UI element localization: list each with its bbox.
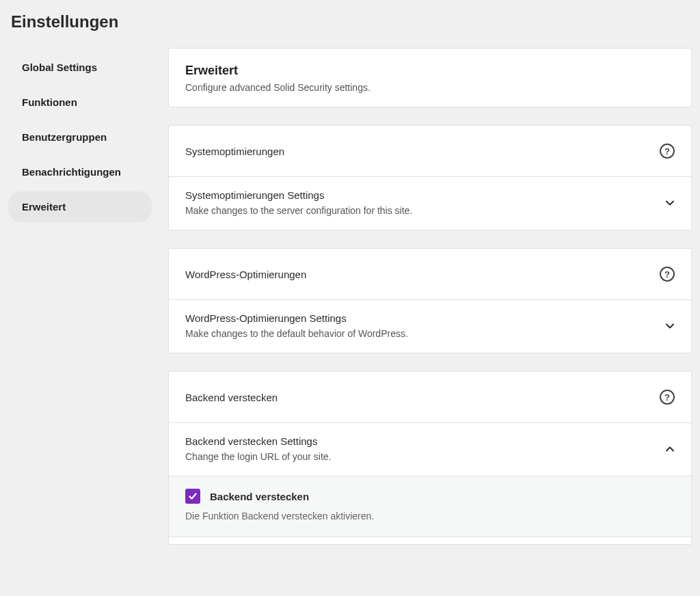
sidebar-item-funktionen[interactable]: Funktionen [8,87,152,118]
module-settings-title: WordPress-Optimierungen Settings [185,312,657,324]
module-remainder [169,537,691,544]
module-header: Systemoptimierungen ? [169,126,691,177]
help-icon[interactable]: ? [660,267,675,282]
sidebar-item-global-settings[interactable]: Global Settings [8,52,152,83]
module-system-tweaks: Systemoptimierungen ? Systemoptimierunge… [168,125,692,230]
module-settings-title: Backend verstecken Settings [185,435,657,447]
module-settings-desc: Make changes to the default behavior of … [185,328,657,339]
module-settings-desc: Change the login URL of your site. [185,451,657,462]
checkbox-desc: Die Funktion Backend verstecken aktivier… [185,511,675,522]
chevron-down-icon [665,198,675,208]
module-header: WordPress-Optimierungen ? [169,249,691,300]
module-header-title: WordPress-Optimierungen [185,269,306,280]
sidebar-item-benutzergruppen[interactable]: Benutzergruppen [8,122,152,152]
main-content: Erweitert Configure advanced Solid Secur… [168,48,692,545]
intro-card: Erweitert Configure advanced Solid Secur… [168,48,692,107]
module-header: Backend verstecken ? [169,372,691,423]
module-header-title: Systemoptimierungen [185,146,284,157]
intro-title: Erweitert [185,64,675,78]
module-wordpress-tweaks: WordPress-Optimierungen ? WordPress-Opti… [168,248,692,353]
page-title: Einstellungen [11,12,692,31]
module-body: Backend verstecken Die Funktion Backend … [169,476,691,537]
chevron-up-icon [665,444,675,454]
module-settings-toggle[interactable]: Systemoptimierungen Settings Make change… [169,177,691,230]
sidebar-item-benachrichtigungen[interactable]: Benachrichtigungen [8,157,152,187]
module-settings-desc: Make changes to the server configuration… [185,205,657,216]
module-hide-backend: Backend verstecken ? Backend verstecken … [168,371,692,545]
module-settings-title: Systemoptimierungen Settings [185,189,657,201]
module-settings-toggle[interactable]: Backend verstecken Settings Change the l… [169,423,691,476]
checkbox-label: Backend verstecken [210,491,309,502]
intro-desc: Configure advanced Solid Security settin… [185,82,675,93]
settings-sidebar: Global Settings Funktionen Benutzergrupp… [8,48,152,545]
help-icon[interactable]: ? [660,390,675,405]
module-settings-toggle[interactable]: WordPress-Optimierungen Settings Make ch… [169,300,691,353]
hide-backend-checkbox[interactable] [185,489,200,504]
sidebar-item-erweitert[interactable]: Erweitert [8,191,152,222]
help-icon[interactable]: ? [660,144,675,159]
chevron-down-icon [665,321,675,331]
module-header-title: Backend verstecken [185,392,278,403]
